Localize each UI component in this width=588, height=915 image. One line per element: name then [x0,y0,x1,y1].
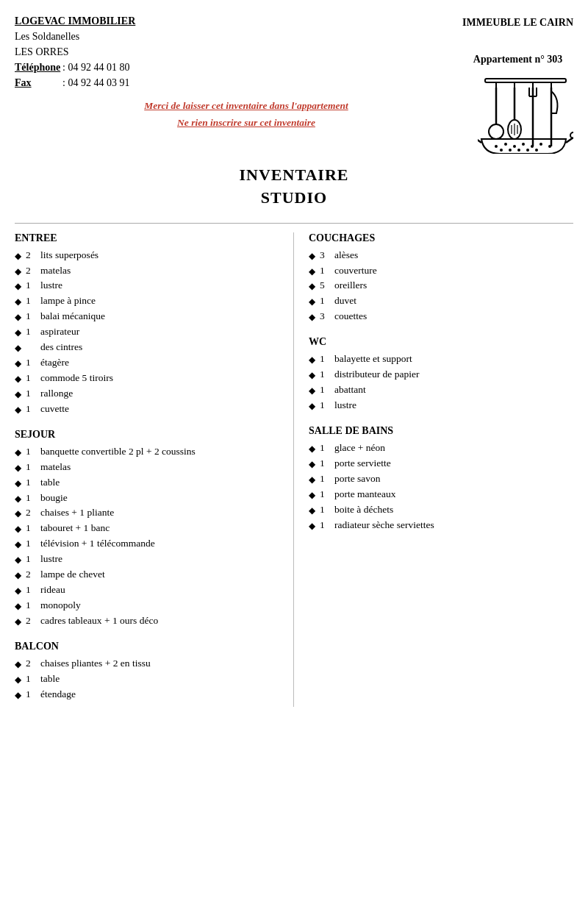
bullet-icon: ◆ [15,326,21,340]
bullet-icon: ◆ [15,584,21,598]
list-item: ◆1télévision + 1 télécommande [15,536,279,552]
list-item: ◆1bougie [15,491,279,506]
section-title-entree: ENTREE [15,232,279,244]
notice-block: Merci de laisser cet inventaire dans l'a… [15,98,478,132]
list-item: ◆1boite à déchets [309,502,573,518]
list-item: ◆2lits superposés [15,248,279,263]
list-item: ◆1lustre [15,552,279,567]
title-line1: INVENTAIRE [15,164,573,187]
bullet-icon: ◆ [309,473,315,487]
list-item: ◆1aspirateur [15,324,279,340]
bullet-icon: ◆ [15,265,21,279]
list-item: ◆1table [15,672,279,687]
notice-section: Merci de laisser cet inventaire dans l'a… [15,95,573,154]
list-item: ◆1tabouret + 1 banc [15,521,279,536]
list-item: ◆2matelas [15,263,279,279]
list-item: ◆1banquette convertible 2 pl + 2 coussin… [15,444,279,460]
list-item: ◆5oreillers [309,278,573,293]
list-item: ◆2chaises + 1 pliante [15,505,279,521]
section-title-sejour: SEJOUR [15,429,279,441]
svg-point-26 [509,149,512,152]
address-line2: LES ORRES [15,44,135,60]
svg-point-18 [495,145,498,148]
bullet-icon: ◆ [309,295,315,309]
svg-point-24 [548,145,551,148]
list-item: ◆1lustre [15,278,279,293]
svg-point-27 [517,149,520,152]
telephone-value: : 04 92 44 01 80 [62,60,129,75]
list-item: ◆1lampe à pince [15,293,279,309]
section-title-balcon: BALCON [15,641,279,652]
list-item: ◆1abattant [309,382,573,398]
building-name: IMMEUBLE LE CAIRN [462,13,573,32]
section-title-wc: WC [309,336,573,348]
list-item: ◆1balai mécanique [15,309,279,324]
svg-point-20 [513,145,516,148]
sdb-list: ◆1glace + néon ◆1porte serviette ◆1porte… [309,441,573,533]
company-name: LOGEVAC IMMOBILIER [15,13,135,29]
fax-label: Fax [15,75,62,90]
bullet-icon: ◆ [309,310,315,324]
list-item: ◆1étagère [15,355,279,371]
col-right: COUCHAGES ◆3alèses ◆1couverture ◆5oreill… [294,232,573,707]
svg-point-6 [489,124,503,139]
bullet-icon: ◆ [309,442,315,456]
list-item: ◆1couverture [309,263,573,279]
bullet-icon: ◆ [15,403,21,417]
bullet-icon: ◆ [309,399,315,413]
list-item: ◆3couettes [309,309,573,324]
bullet-icon: ◆ [309,280,315,293]
svg-point-22 [531,145,534,148]
bullet-icon: ◆ [15,280,21,293]
list-item: ◆1radiateur sèche serviettes [309,518,573,533]
bullet-icon: ◆ [309,265,315,279]
bullet-icon: ◆ [15,249,21,263]
bullet-icon: ◆ [15,553,21,567]
bullet-icon: ◆ [15,295,21,309]
bullet-icon: ◆ [15,477,21,491]
list-item: ◆1distributeur de papier [309,367,573,382]
list-item: ◆2cadres tableaux + 1 ours déco [15,613,279,629]
list-item: ◆1commode 5 tiroirs [15,371,279,386]
apt-number: Appartement n° 303 [462,50,573,68]
bullet-icon: ◆ [309,249,315,263]
bullet-icon: ◆ [309,353,315,367]
couchages-list: ◆3alèses ◆1couverture ◆5oreillers ◆1duve… [309,248,573,325]
bullet-icon: ◆ [15,538,21,552]
bullet-icon: ◆ [15,688,21,702]
bullet-icon: ◆ [15,461,21,475]
bullet-icon: ◆ [309,504,315,518]
list-item: ◆2chaises pliantes + 2 en tissu [15,656,279,672]
bullet-icon: ◆ [15,446,21,460]
header-left: LOGEVAC IMMOBILIER Les Soldanelles LES O… [15,13,135,90]
telephone-line: Téléphone : 04 92 44 01 80 [15,60,135,75]
bullet-icon: ◆ [309,458,315,471]
main-title: INVENTAIRE STUDIO [15,164,573,210]
list-item: ◆2lampe de chevet [15,567,279,583]
bullet-icon: ◆ [309,519,315,533]
fax-line: Fax : 04 92 44 03 91 [15,75,135,90]
balcon-list: ◆2chaises pliantes + 2 en tissu ◆1table … [15,656,279,702]
bullet-icon: ◆ [15,357,21,371]
svg-point-19 [504,143,507,146]
svg-point-29 [535,149,538,152]
bullet-icon: ◆ [15,388,21,402]
list-item: ◆1duvet [309,293,573,309]
bullet-icon: ◆ [15,673,21,687]
address-line1: Les Soldanelles [15,29,135,44]
bullet-icon: ◆ [15,615,21,629]
list-item: ◆des cintres [15,340,279,355]
section-title-sdb: SALLE DE BAINS [309,425,573,437]
entree-list: ◆2lits superposés ◆2matelas ◆1lustre ◆1l… [15,248,279,417]
sejour-list: ◆1banquette convertible 2 pl + 2 coussin… [15,444,279,629]
list-item: ◆1cuvette [15,402,279,417]
list-item: ◆1porte savon [309,471,573,487]
svg-point-25 [500,149,503,152]
bullet-icon: ◆ [309,488,315,502]
bullet-icon: ◆ [15,310,21,324]
notice-line1: Merci de laisser cet inventaire dans l'a… [15,98,478,115]
section-title-couchages: COUCHAGES [309,232,573,244]
svg-point-21 [522,143,525,146]
bullet-icon: ◆ [15,522,21,536]
fax-value: : 04 92 44 03 91 [62,75,129,90]
